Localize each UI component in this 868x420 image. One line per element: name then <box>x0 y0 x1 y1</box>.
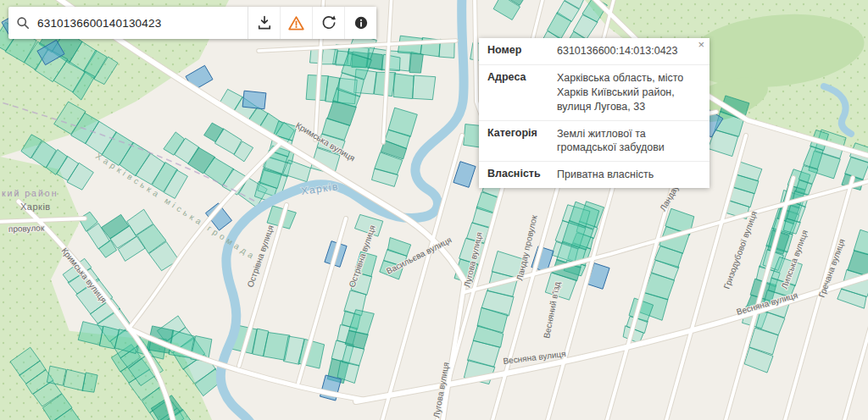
field-label: Номер <box>487 44 554 58</box>
street-label: провулок <box>8 224 45 234</box>
cadastral-parcel-blue[interactable] <box>242 91 266 109</box>
cadastral-parcel[interactable] <box>47 366 66 385</box>
district-label: кий район <box>2 188 58 198</box>
refresh-icon <box>320 14 337 31</box>
field-value: Землі житлової та громадської забудови <box>557 127 701 156</box>
field-label: Власність <box>487 168 554 182</box>
popup-row-category: Категорія Землі житлової та громадської … <box>479 121 709 163</box>
popup-row-ownership: Власність Приватна власність <box>479 162 709 188</box>
cadastral-parcel[interactable] <box>393 74 414 99</box>
cadastral-parcel[interactable] <box>321 48 337 64</box>
popup-row-address: Адреса Харківська область, місто Харків … <box>479 65 709 121</box>
field-label: Адреса <box>487 71 554 114</box>
search-bar <box>8 7 376 39</box>
popup-row-number: Номер 6310136600:14:013:0423 <box>479 38 709 65</box>
cadastral-parcel[interactable] <box>409 52 423 73</box>
map-canvas[interactable]: Кримська вулицяКримська вулицяпровулокОс… <box>0 0 868 420</box>
download-icon <box>256 14 273 31</box>
magnifier-glyph <box>14 14 31 31</box>
close-icon[interactable]: × <box>698 38 704 51</box>
info-icon <box>353 14 370 31</box>
info-button[interactable] <box>344 7 376 39</box>
cadastral-parcel[interactable] <box>381 54 400 70</box>
field-value: Харківська область, місто Харків Київськ… <box>557 71 701 114</box>
refresh-button[interactable] <box>312 7 344 39</box>
field-value: 6310136600:14:013:0423 <box>557 44 701 58</box>
warning-icon <box>287 14 305 32</box>
field-value: Приватна власність <box>557 168 701 182</box>
field-label: Категорія <box>487 127 554 156</box>
search-icon[interactable] <box>8 7 37 39</box>
cadastral-parcel[interactable] <box>413 75 436 100</box>
city-label: Харків <box>20 202 51 212</box>
warning-button[interactable] <box>280 7 312 39</box>
map-svg[interactable]: Кримська вулицяКримська вулицяпровулокОс… <box>0 0 868 420</box>
download-button[interactable] <box>248 7 280 39</box>
search-input[interactable] <box>37 7 248 39</box>
parcel-info-popup: × Номер 6310136600:14:013:0423 Адреса Ха… <box>479 38 709 188</box>
